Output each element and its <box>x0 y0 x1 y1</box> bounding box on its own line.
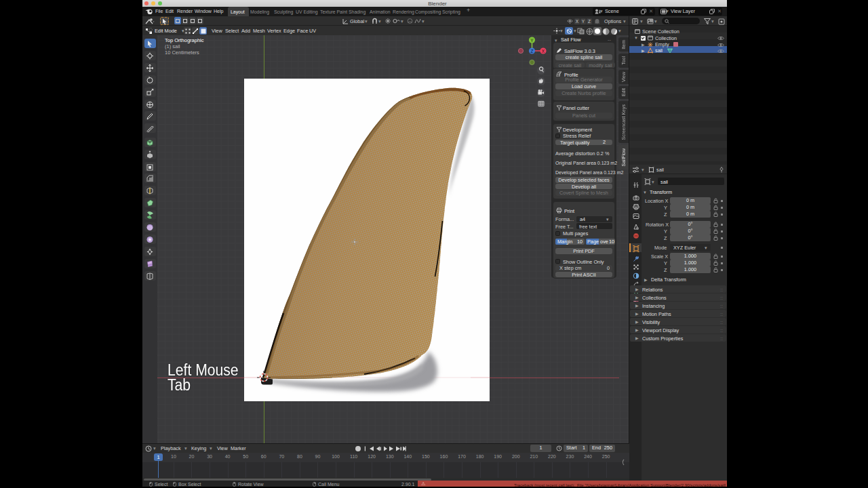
svg-text:X: X <box>542 49 545 54</box>
svg-text:Y: Y <box>530 38 534 43</box>
svg-text:Z: Z <box>531 49 534 54</box>
